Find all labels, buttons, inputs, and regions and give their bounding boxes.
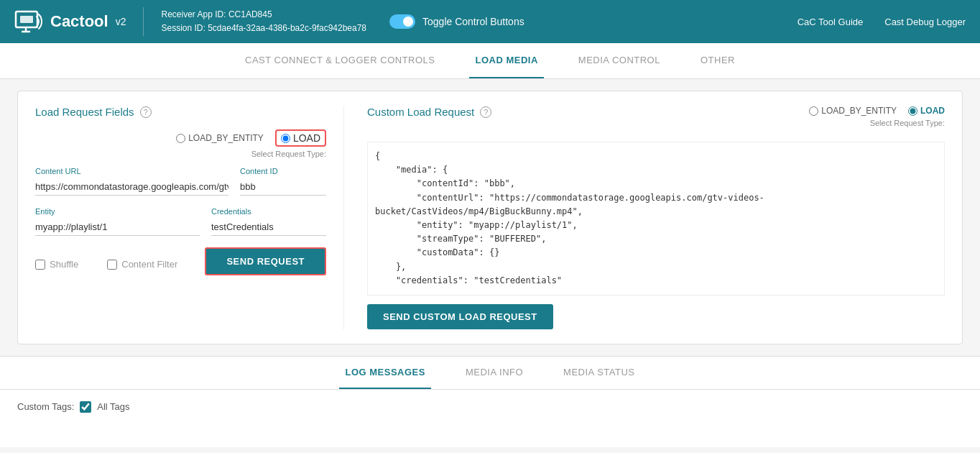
send-custom-load-request-button[interactable]: SEND CUSTOM LOAD REQUEST <box>367 304 553 329</box>
shuffle-checkbox-label[interactable]: Shuffle <box>35 259 78 270</box>
bottom-tab-media-status[interactable]: MEDIA STATUS <box>558 357 640 389</box>
content-id-label: Content ID <box>240 167 326 175</box>
content-filter-checkbox[interactable] <box>107 260 117 270</box>
custom-load-request-title: Custom Load Request ? <box>367 106 491 118</box>
credentials-field: Credentials <box>211 207 326 236</box>
shuffle-checkbox[interactable] <box>35 260 45 270</box>
top-tab-bar: CAST CONNECT & LOGGER CONTROLS LOAD MEDI… <box>0 43 980 79</box>
json-content[interactable]: { "media": { "contentId": "bbb", "conten… <box>367 142 945 296</box>
radio-load-by-entity[interactable]: LOAD_BY_ENTITY <box>176 133 264 143</box>
cac-tool-guide-link[interactable]: CaC Tool Guide <box>798 17 864 27</box>
toggle-control-buttons[interactable] <box>389 14 415 29</box>
request-type-selector: LOAD_BY_ENTITY LOAD Select Request Type: <box>35 129 326 158</box>
custom-request-type-row: LOAD_BY_ENTITY LOAD <box>809 106 945 116</box>
credentials-label: Credentials <box>211 207 326 216</box>
session-id-line: Session ID: 5cdae4fa-32aa-4386-ba2c-9fac… <box>161 22 366 35</box>
select-request-type-label: Select Request Type: <box>251 150 326 158</box>
content-id-input[interactable] <box>240 178 326 196</box>
all-tags-checkbox[interactable] <box>80 401 91 413</box>
tab-cast-connect[interactable]: CAST CONNECT & LOGGER CONTROLS <box>239 43 440 78</box>
custom-tags-label: Custom Tags: <box>17 401 74 412</box>
content-url-field: Content URL <box>35 167 228 196</box>
form-row-2: Entity Credentials <box>35 207 326 236</box>
load-request-fields-title: Load Request Fields ? <box>35 106 326 118</box>
all-tags-label: All Tags <box>97 401 129 412</box>
right-panel: Custom Load Request ? LOAD_BY_ENTITY LOA… <box>361 106 945 329</box>
toggle-label: Toggle Control Buttons <box>422 16 524 27</box>
left-panel: Load Request Fields ? LOAD_BY_ENTITY LOA… <box>35 106 344 329</box>
bottom-tab-bar: LOG MESSAGES MEDIA INFO MEDIA STATUS <box>0 357 980 390</box>
app-name: Cactool <box>50 12 108 31</box>
app-logo: Cactool v2 <box>14 7 126 36</box>
load-request-fields-help-icon[interactable]: ? <box>140 106 152 118</box>
entity-label: Entity <box>35 207 200 216</box>
content-id-field: Content ID <box>240 167 326 196</box>
custom-radio-load[interactable]: LOAD <box>908 106 945 116</box>
tab-media-control[interactable]: MEDIA CONTROL <box>573 43 666 78</box>
receiver-app-id-line: Receiver App ID: CC1AD845 <box>161 8 366 22</box>
header-info: Receiver App ID: CC1AD845 Session ID: 5c… <box>161 8 366 35</box>
header-nav-links: CaC Tool Guide Cast Debug Logger <box>798 17 966 27</box>
content-filter-checkbox-label[interactable]: Content Filter <box>107 259 177 270</box>
custom-load-help-icon[interactable]: ? <box>480 106 491 118</box>
content-url-label: Content URL <box>35 167 228 175</box>
content-url-input[interactable] <box>35 178 228 196</box>
bottom-row: Shuffle Content Filter SEND REQUEST <box>35 247 326 275</box>
entity-field: Entity <box>35 207 200 236</box>
request-type-row: LOAD_BY_ENTITY LOAD <box>176 129 326 147</box>
cast-debug-logger-link[interactable]: Cast Debug Logger <box>884 17 966 27</box>
content-card: Load Request Fields ? LOAD_BY_ENTITY LOA… <box>17 91 963 344</box>
right-panel-header: Custom Load Request ? LOAD_BY_ENTITY LOA… <box>367 106 945 136</box>
radio-load-highlighted[interactable]: LOAD <box>275 129 326 147</box>
send-request-button[interactable]: SEND REQUEST <box>205 247 326 275</box>
app-version: v2 <box>116 16 126 27</box>
bottom-tab-log-messages[interactable]: LOG MESSAGES <box>339 357 430 389</box>
bottom-section: LOG MESSAGES MEDIA INFO MEDIA STATUS Cus… <box>0 356 980 447</box>
app-header: Cactool v2 Receiver App ID: CC1AD845 Ses… <box>0 0 980 43</box>
tab-other[interactable]: OTHER <box>695 43 741 78</box>
header-divider <box>143 7 144 36</box>
checkbox-row: Shuffle Content Filter <box>35 259 177 270</box>
tab-load-media[interactable]: LOAD MEDIA <box>469 43 543 78</box>
toggle-section: Toggle Control Buttons <box>389 14 524 29</box>
cast-logo-icon <box>14 7 43 36</box>
bottom-content: Custom Tags: All Tags <box>0 390 980 447</box>
bottom-tab-media-info[interactable]: MEDIA INFO <box>460 357 529 389</box>
entity-input[interactable] <box>35 219 200 236</box>
credentials-input[interactable] <box>211 219 326 236</box>
main-content: Load Request Fields ? LOAD_BY_ENTITY LOA… <box>0 79 980 356</box>
custom-request-type-selector: LOAD_BY_ENTITY LOAD Select Request Type: <box>809 106 945 127</box>
custom-select-request-type-label: Select Request Type: <box>870 119 945 127</box>
svg-rect-1 <box>20 16 33 23</box>
custom-radio-load-by-entity[interactable]: LOAD_BY_ENTITY <box>809 106 897 116</box>
form-row-1: Content URL Content ID <box>35 167 326 196</box>
custom-tags-row: Custom Tags: All Tags <box>17 401 963 413</box>
